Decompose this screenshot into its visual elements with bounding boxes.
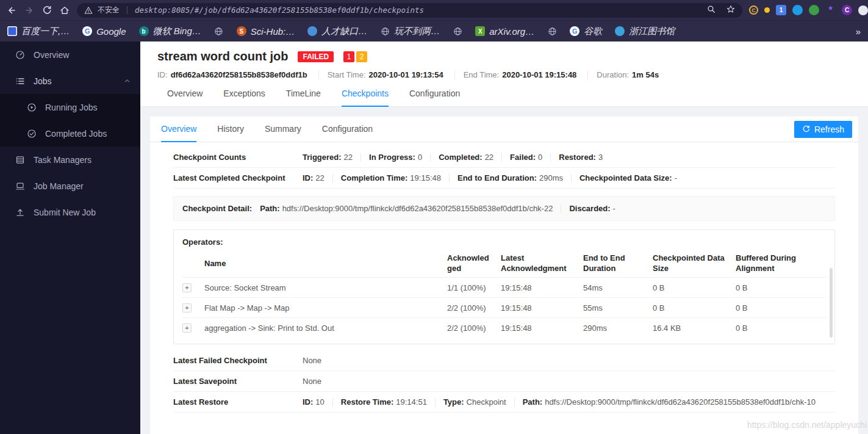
restore-id: ID:10 xyxy=(303,397,325,407)
completion-time: Completion Time:19:15:48 xyxy=(341,173,441,183)
extension-flower-icon[interactable]: * xyxy=(825,5,836,15)
check-circle-icon xyxy=(27,129,37,139)
profile-avatar[interactable]: C xyxy=(842,5,852,15)
dashboard-icon xyxy=(15,50,25,60)
subtab-summary[interactable]: Summary xyxy=(265,117,301,142)
operator-row: + aggregation -> Sink: Print to Std. Out… xyxy=(182,317,826,338)
sidebar-item-submit-new-job[interactable]: Submit New Job xyxy=(0,199,140,225)
sidebar-item-task-managers[interactable]: Task Managers xyxy=(0,146,140,173)
start-time: Start Time:2020-10-01 19:13:54 xyxy=(328,70,446,79)
completed-count: Completed:22 xyxy=(439,153,493,162)
triggered-count: Triggered:22 xyxy=(303,153,353,162)
latest-savepoint-row: Latest Savepoint None xyxy=(173,371,835,392)
bookmark-star-icon[interactable] xyxy=(726,5,735,15)
discarded: Discarded:- xyxy=(569,204,615,213)
e2e-duration: End to End Duration:290ms xyxy=(457,173,563,183)
bookmark-google[interactable]: G Google xyxy=(82,26,126,37)
bookmarks-overflow-icon[interactable]: » xyxy=(856,26,861,37)
browser-menu-icon[interactable] xyxy=(858,5,868,15)
manager-icon xyxy=(15,181,25,191)
bookmark-baidu[interactable]: 百度一下,… xyxy=(7,26,70,37)
chevron-up-icon xyxy=(124,78,131,84)
separator xyxy=(430,153,431,162)
extensions-row: C 1 * C xyxy=(749,5,862,15)
end-time: End Time:2020-10-01 19:15:48 xyxy=(464,70,579,79)
sidebar-item-completed-jobs[interactable]: Completed Jobs xyxy=(0,120,140,146)
subtab-overview[interactable]: Overview xyxy=(161,117,196,142)
bookmark-bing[interactable]: b 微软 Bing… xyxy=(139,26,201,37)
expand-button[interactable]: + xyxy=(182,324,192,333)
bookmark-scihub[interactable]: S Sci-Hub:… xyxy=(237,26,295,37)
bird-icon xyxy=(615,26,625,36)
tab-timeline[interactable]: TimeLine xyxy=(286,89,321,106)
operators-table-header: Name Acknowledged Latest Acknowledgment … xyxy=(182,249,826,277)
checkpointed-data-size: Checkpointed Data Size:- xyxy=(579,173,677,183)
warning-count-badge: 2 xyxy=(356,51,367,62)
pin-icon xyxy=(307,26,317,36)
sidebar-item-job-manager[interactable]: Job Manager xyxy=(0,173,140,199)
server-icon xyxy=(15,155,25,165)
extension-c-icon[interactable]: C xyxy=(749,5,758,15)
subtab-history[interactable]: History xyxy=(217,117,244,142)
checkpoint-detail-box: Checkpoint Detail: Path:hdfs://Desktop:9… xyxy=(173,196,835,221)
bookmark-zhejiang-library[interactable]: 浙江图书馆 xyxy=(615,26,675,37)
restore-path: Path:hdfs://Desktop:9000/tmp/flinkck/df6… xyxy=(523,397,816,407)
home-icon[interactable] xyxy=(59,5,70,16)
alert-badges: 1 2 xyxy=(343,51,367,62)
latest-failed-row: Latest Failed Checkpoint None xyxy=(173,350,835,371)
sidebar-item-overview[interactable]: Overview xyxy=(0,42,140,68)
refresh-button[interactable]: Refresh xyxy=(794,121,852,138)
browser-toolbar: 不安全 desktop:8085/#/job/df6d62a43620f2581… xyxy=(0,0,868,20)
bookmark-arxiv[interactable]: X arXiv.org… xyxy=(475,26,534,37)
bookmark-wanbudao[interactable]: 玩不到两… xyxy=(380,26,440,37)
main-area: stream word count job FAILED 1 2 ID:df6d… xyxy=(140,42,868,434)
url-text[interactable]: desktop:8085/#/job/df6d62a43620f258155b8… xyxy=(135,5,696,15)
search-icon[interactable] xyxy=(707,5,716,15)
checkpoints-subtab-bar: Overview History Summary Configuration R… xyxy=(150,117,858,142)
extension-yellow-dot-icon[interactable] xyxy=(764,7,770,13)
subtab-configuration[interactable]: Configuration xyxy=(322,117,373,142)
tab-checkpoints[interactable]: Checkpoints xyxy=(342,89,389,107)
separator xyxy=(587,71,588,79)
bookmark-untitled[interactable] xyxy=(214,26,224,36)
checkpoint-rows: Checkpoint Counts Triggered:22 In Progre… xyxy=(150,142,858,413)
content-area: Overview History Summary Configuration R… xyxy=(140,107,868,434)
reload-icon[interactable] xyxy=(41,5,52,16)
scihub-icon: S xyxy=(237,26,246,36)
extension-green-circle-icon[interactable] xyxy=(809,5,819,15)
extension-blue-circle-icon[interactable] xyxy=(792,5,803,15)
failed-count: Failed:0 xyxy=(510,153,542,162)
globe-icon xyxy=(214,26,224,36)
separator xyxy=(332,174,333,183)
status-badge: FAILED xyxy=(298,51,334,62)
checkpoint-path: Path:hdfs://Desktop:9000/tmp/flinkck/df6… xyxy=(260,204,553,213)
forward-icon[interactable] xyxy=(24,5,35,16)
error-count-badge: 1 xyxy=(343,51,354,62)
sidebar-item-jobs[interactable]: Jobs xyxy=(0,68,140,94)
address-bar[interactable]: 不安全 desktop:8085/#/job/df6d62a43620f2581… xyxy=(77,3,742,18)
operator-row: + Source: Socket Stream 1/1 (100%) 19:15… xyxy=(182,277,826,297)
separator xyxy=(454,71,455,79)
job-tabs: Overview Exceptions TimeLine Checkpoints… xyxy=(167,89,868,106)
page-title: stream word count job xyxy=(157,49,288,63)
separator xyxy=(501,153,502,162)
sidebar-item-running-jobs[interactable]: Running Jobs xyxy=(0,94,140,120)
tab-overview[interactable]: Overview xyxy=(167,89,203,106)
operators-scrollbar[interactable] xyxy=(830,268,833,338)
upload-icon xyxy=(15,208,25,217)
checkpoints-card: Overview History Summary Configuration R… xyxy=(150,117,858,434)
tab-configuration[interactable]: Configuration xyxy=(409,89,460,106)
back-icon[interactable] xyxy=(6,5,17,16)
bookmark-guge[interactable]: G 谷歌 xyxy=(570,26,602,37)
separator xyxy=(360,153,361,162)
expand-button[interactable]: + xyxy=(182,283,192,292)
arxiv-icon: X xyxy=(475,26,485,36)
expand-button[interactable]: + xyxy=(182,303,192,313)
bookmark-untitled[interactable] xyxy=(547,26,557,36)
bookmark-talent[interactable]: 人才缺口… xyxy=(307,26,367,37)
extension-blue-tile-icon[interactable]: 1 xyxy=(776,5,786,15)
tab-exceptions[interactable]: Exceptions xyxy=(223,89,265,106)
job-header: stream word count job FAILED 1 2 ID:df6d… xyxy=(140,42,868,107)
bookmark-untitled[interactable] xyxy=(453,26,462,36)
globe-icon xyxy=(380,26,390,36)
